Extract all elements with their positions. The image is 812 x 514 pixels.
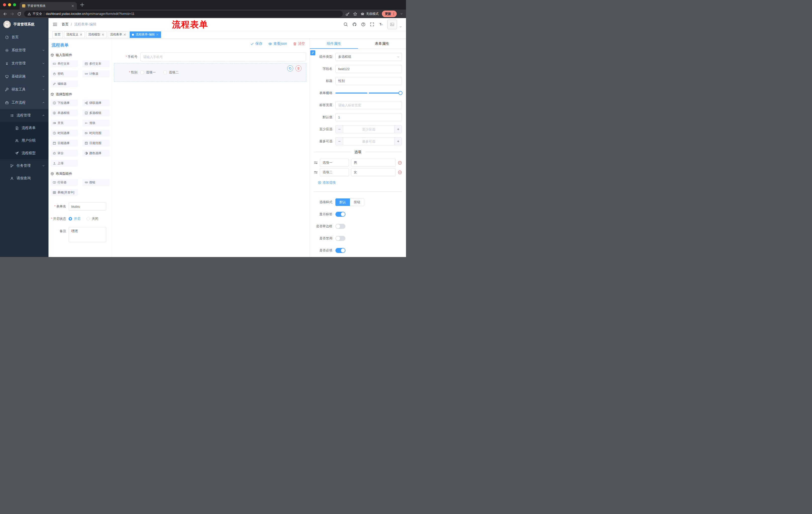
browser-menu-icon[interactable] (392, 12, 396, 16)
minimize-window-button[interactable] (8, 3, 11, 6)
help-icon[interactable] (361, 22, 366, 27)
sidebar-item-1[interactable]: 系统管理 (0, 44, 49, 57)
caret-down-icon[interactable] (400, 12, 403, 15)
title-input[interactable] (336, 77, 402, 85)
palette-item[interactable]: 按钮 (82, 179, 110, 186)
option-name-input[interactable] (320, 159, 349, 167)
palette-item[interactable]: 上传 (51, 160, 78, 167)
delete-field-button[interactable] (295, 65, 301, 72)
palette-item[interactable]: 表格[开发中] (51, 189, 78, 196)
radio-open[interactable]: 开启 (68, 217, 80, 221)
palette-item[interactable]: 123计数器 (82, 71, 110, 77)
github-icon[interactable] (352, 22, 357, 27)
palette-item[interactable]: 下拉选择 (51, 100, 78, 106)
palette-item[interactable]: 多行文本 (82, 60, 110, 67)
style-default-button[interactable]: 默认 (336, 198, 350, 206)
palette-item[interactable]: 级联选择 (82, 100, 110, 106)
tab-component-props[interactable]: 组件属性 (310, 39, 358, 49)
style-button-button[interactable]: 按钮 (350, 198, 364, 206)
checkbox-box[interactable] (163, 71, 167, 74)
tag-close-icon[interactable] (102, 33, 104, 36)
tab-form-props[interactable]: 表单属性 (358, 39, 406, 49)
palette-item[interactable]: 单行文本 (51, 60, 78, 67)
increase-button[interactable] (394, 126, 402, 133)
palette-item[interactable]: 滑块 (82, 120, 110, 127)
phone-input[interactable] (140, 52, 306, 61)
tag-3[interactable]: 流程表单 (108, 31, 128, 38)
field-name-input[interactable] (336, 65, 402, 73)
sidebar-item-9[interactable]: 流程模型 (0, 147, 49, 159)
sidebar-item-10[interactable]: 任务管理 (0, 159, 49, 172)
max-select-input[interactable] (343, 138, 394, 145)
new-tab-button[interactable] (79, 2, 85, 7)
sidebar-item-8[interactable]: 用户分组 (0, 134, 49, 147)
browser-tab[interactable]: 芋道管理系统 (20, 2, 77, 9)
toggle-switch-3[interactable] (336, 248, 345, 253)
tag-close-icon[interactable] (156, 33, 159, 36)
tag-close-icon[interactable] (123, 33, 126, 36)
avatar-caret-icon[interactable] (399, 25, 402, 28)
toggle-switch-1[interactable] (336, 224, 345, 229)
link-button[interactable] (310, 50, 315, 55)
form-name-input[interactable] (68, 202, 106, 211)
maximize-window-button[interactable] (13, 3, 16, 6)
tag-2[interactable]: 流程模型 (86, 31, 107, 38)
breadcrumb-home[interactable]: 首页 (62, 22, 68, 27)
min-select-input[interactable] (343, 126, 394, 133)
sidebar-item-2[interactable]: 支付管理 (0, 57, 49, 70)
phone-field[interactable]: 手机号 (114, 52, 306, 61)
password-manager-icon[interactable] (345, 12, 350, 16)
form-remark-input[interactable]: 嘿嘿 (68, 227, 106, 242)
remove-option-button[interactable] (398, 161, 402, 165)
security-warning-icon[interactable] (28, 12, 31, 16)
palette-item[interactable]: 评分 (51, 150, 78, 157)
form-grid-slider[interactable] (336, 89, 402, 97)
sidebar-item-7[interactable]: 流程表单 (0, 122, 49, 134)
sidebar-item-0[interactable]: 首页 (0, 31, 49, 44)
sidebar-item-5[interactable]: 工作流程 (0, 96, 49, 109)
palette-item[interactable]: 时间范围 (82, 130, 110, 137)
palette-item[interactable]: 日期选择 (51, 140, 78, 146)
search-icon[interactable] (343, 22, 348, 27)
toggle-switch-0[interactable] (336, 212, 345, 217)
option-name-input[interactable] (320, 168, 349, 176)
view-json-button[interactable]: 查看json (268, 42, 287, 46)
palette-item[interactable]: 单选框组 (51, 110, 78, 116)
palette-item[interactable]: 日期范围 (82, 140, 110, 146)
forward-button[interactable] (10, 12, 14, 16)
remove-option-button[interactable] (398, 170, 402, 174)
address-bar[interactable]: 不安全 dashboard.yudao.iocoder.cn/bpm/manag… (24, 10, 343, 17)
fullscreen-icon[interactable] (370, 22, 374, 27)
sidebar-item-6[interactable]: 流程管理 (0, 109, 49, 122)
update-button[interactable]: 更新 (382, 10, 397, 17)
palette-item[interactable]: 颜色选择 (82, 150, 110, 157)
tag-4[interactable]: 流程表单-编辑 (129, 31, 161, 38)
palette-item[interactable]: 行容器 (51, 179, 78, 186)
avatar[interactable] (387, 20, 397, 29)
bookmark-star-icon[interactable] (353, 12, 357, 16)
increase-button[interactable] (394, 138, 402, 145)
palette-item[interactable]: 时间选择 (51, 130, 78, 137)
close-window-button[interactable] (3, 3, 6, 6)
option-value-input[interactable] (351, 159, 396, 167)
collapse-sidebar-button[interactable] (53, 22, 58, 27)
reload-button[interactable] (17, 12, 21, 16)
save-button[interactable]: 保存 (250, 42, 262, 46)
decrease-button[interactable] (336, 126, 343, 133)
palette-item[interactable]: 编辑器 (51, 80, 78, 87)
radio-closed[interactable]: 关闭 (86, 217, 98, 221)
drag-handle-icon[interactable] (314, 161, 318, 165)
label-width-input[interactable] (336, 101, 402, 109)
tab-close-icon[interactable] (71, 4, 75, 7)
checkbox-box[interactable] (140, 71, 144, 74)
component-type-select[interactable]: 多选框组 (336, 53, 402, 61)
palette-item[interactable]: 密码 (51, 71, 78, 77)
gender-option-1[interactable]: 选项二 (163, 70, 179, 75)
back-button[interactable] (3, 12, 7, 16)
sidebar-item-11[interactable]: 请假查询 (0, 172, 49, 185)
tag-0[interactable]: 首页 (52, 31, 63, 38)
sidebar-item-4[interactable]: 研发工具 (0, 83, 49, 96)
toggle-switch-2[interactable] (336, 236, 345, 241)
tag-1[interactable]: 流程定义 (64, 31, 85, 38)
default-value-input[interactable] (336, 113, 402, 121)
